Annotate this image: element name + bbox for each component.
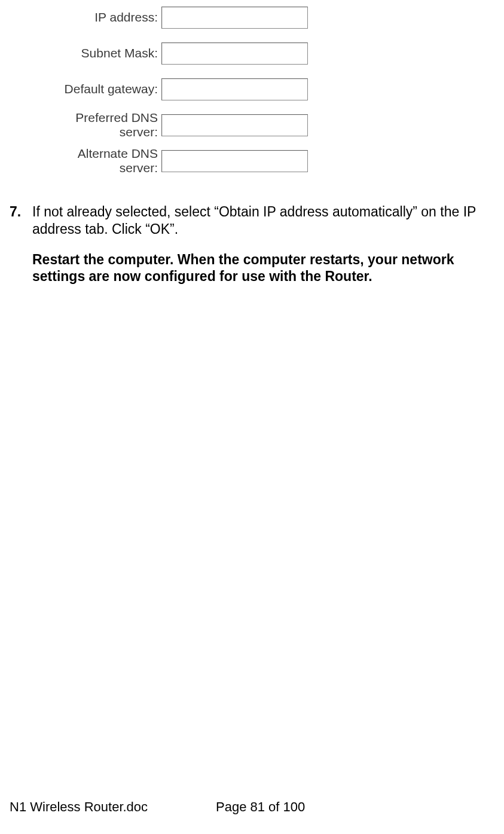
footer-doc-name: N1 Wireless Router.doc [10, 799, 216, 815]
alternate-dns-input[interactable] [161, 150, 308, 172]
step-body: If not already selected, select “Obtain … [32, 203, 492, 285]
subnet-mask-input[interactable] [161, 42, 308, 65]
step-text: If not already selected, select “Obtain … [32, 203, 492, 238]
preferred-dns-row: Preferred DNS server: [45, 112, 504, 138]
ip-address-label: IP address: [45, 10, 161, 25]
step-7: 7. If not already selected, select “Obta… [10, 203, 492, 285]
instruction-section: 7. If not already selected, select “Obta… [0, 203, 504, 285]
default-gateway-label: Default gateway: [45, 82, 161, 96]
preferred-dns-label: Preferred DNS server: [45, 111, 161, 139]
step-bold-text: Restart the computer. When the computer … [32, 251, 492, 286]
alternate-dns-row: Alternate DNS server: [45, 148, 504, 173]
ip-address-input[interactable] [161, 7, 308, 29]
footer-page-info: Page 81 of 100 [216, 799, 305, 815]
subnet-mask-row: Subnet Mask: [45, 41, 504, 66]
step-number: 7. [10, 203, 32, 221]
alternate-dns-label: Alternate DNS server: [45, 146, 161, 175]
network-config-form: IP address: Subnet Mask: Default gateway… [0, 0, 504, 173]
ip-address-row: IP address: [45, 5, 504, 30]
preferred-dns-input[interactable] [161, 114, 308, 136]
page-footer: N1 Wireless Router.doc Page 81 of 100 [10, 799, 494, 815]
subnet-mask-label: Subnet Mask: [45, 46, 161, 60]
default-gateway-input[interactable] [161, 78, 308, 100]
default-gateway-row: Default gateway: [45, 77, 504, 102]
